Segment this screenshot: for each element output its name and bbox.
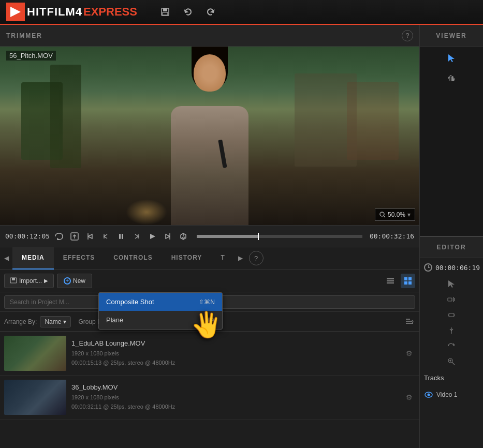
main-layout: TRIMMER ? (0, 25, 483, 448)
editor-tools (420, 275, 483, 371)
zoom-dropdown-icon[interactable]: ▾ (407, 211, 411, 218)
media-info: 1_EduLAB Lounge.MOV 1920 x 1080 pixels 0… (71, 339, 398, 367)
left-panel: TRIMMER ? (0, 25, 419, 448)
trimmer-title: TRIMMER (6, 32, 42, 39)
svg-rect-14 (119, 234, 121, 239)
logo-icon (6, 3, 25, 21)
viewer-title: VIEWER (436, 32, 466, 39)
list-view-button[interactable] (383, 274, 398, 288)
media-name: 1_EduLAB Lounge.MOV (71, 339, 398, 347)
media-item[interactable]: 36_Lobby.MOV 1920 x 1080 pixels 00:00:32… (0, 376, 419, 420)
loop-btn[interactable] (53, 230, 65, 243)
speed-tool-icon[interactable] (444, 339, 459, 353)
video-filename: 56_Pitch.MOV (6, 51, 56, 61)
editor-content: 00:00:06:19 (420, 258, 483, 448)
import-arrow-icon: ▶ (44, 278, 48, 283)
svg-rect-26 (408, 277, 412, 280)
arrange-by-select[interactable]: Name ▾ (40, 316, 71, 327)
tab-more-button[interactable]: ▶ (235, 247, 247, 270)
svg-rect-27 (404, 281, 407, 285)
play-btn[interactable] (146, 230, 158, 243)
svg-marker-6 (211, 10, 214, 12)
svg-rect-25 (404, 277, 407, 280)
select-tool-icon[interactable] (420, 49, 483, 67)
prev-frame-btn[interactable] (99, 230, 112, 243)
tab-effects[interactable]: EFFECTS (54, 247, 105, 270)
editor-header: EDITOR (420, 236, 483, 258)
media-settings-icon[interactable]: ⚙ (403, 391, 415, 404)
plane-shortcut: ⇧⌘A (199, 317, 215, 324)
media-item[interactable]: 1_EduLAB Lounge.MOV 1920 x 1080 pixels 0… (0, 332, 419, 376)
tab-history[interactable]: HISTORY (162, 247, 212, 270)
right-panel: VIEWER EDITOR (419, 25, 483, 448)
import-button[interactable]: Import... ▶ (4, 274, 54, 288)
media-details: 1920 x 1080 pixels 00:00:32:11 @ 25fps, … (71, 393, 398, 411)
mark-in-btn[interactable] (84, 230, 96, 243)
tab-media[interactable]: MEDIA (12, 247, 54, 270)
eye-icon[interactable] (424, 390, 433, 399)
dropdown-composite-shot[interactable]: Composite Shot ⇧⌘N (99, 293, 222, 311)
tab-scroll-left[interactable]: ◀ (0, 247, 12, 270)
razor-tool-icon[interactable] (444, 323, 459, 338)
tracks-label: Tracks (420, 371, 483, 385)
svg-rect-3 (163, 8, 167, 11)
timecode-left: 00:00:12:05 (5, 232, 50, 240)
insert-btn[interactable] (177, 230, 189, 243)
topbar: HITFILM4 EXPRESS (0, 0, 483, 25)
video-preview: 56_Pitch.MOV 50.0% ▾ (0, 47, 419, 225)
svg-rect-24 (387, 282, 394, 283)
svg-rect-23 (387, 280, 394, 281)
redo-button[interactable] (203, 5, 218, 19)
progress-indicator (258, 233, 259, 240)
ripple-edit-icon[interactable] (444, 292, 459, 307)
viewer-header: VIEWER (420, 25, 483, 47)
tab-controls[interactable]: CONTROLS (104, 247, 162, 270)
svg-rect-37 (449, 313, 454, 317)
undo-button[interactable] (181, 5, 195, 19)
zoom-control[interactable]: 50.0% ▾ (375, 208, 415, 221)
svg-line-8 (384, 216, 385, 217)
svg-point-7 (380, 212, 384, 216)
sort-icon[interactable] (404, 316, 415, 327)
arrange-dropdown-icon: ▾ (63, 318, 66, 325)
svg-rect-22 (387, 278, 394, 279)
plane-label: Plane (106, 316, 123, 324)
trimmer-help-icon[interactable]: ? (402, 30, 413, 41)
grid-view-button[interactable] (401, 274, 415, 288)
logo-text-express: EXPRESS (83, 5, 137, 19)
transport-bar: 00:00:12:05 (0, 225, 419, 247)
composite-shot-label: Composite Shot (106, 298, 154, 306)
logo-text-hitfilm: HITFILM4 (27, 5, 82, 19)
media-list: 1_EduLAB Lounge.MOV 1920 x 1080 pixels 0… (0, 332, 419, 448)
tab-extra[interactable]: T (211, 247, 234, 270)
svg-marker-32 (448, 54, 455, 62)
slip-tool-icon[interactable] (444, 308, 459, 322)
mark-out-btn[interactable] (162, 230, 174, 243)
hand-tool-icon[interactable] (420, 69, 483, 88)
next-frame-btn[interactable] (130, 230, 143, 243)
clock-icon (424, 263, 432, 272)
media-panel: Import... ▶ + New Composite Shot (0, 270, 419, 448)
zoom-editor-icon[interactable] (444, 354, 459, 369)
zoom-value: 50.0% (388, 211, 405, 218)
save-button[interactable] (158, 5, 172, 19)
new-button[interactable]: + New (57, 274, 92, 288)
dropdown-plane[interactable]: Plane ⇧⌘A (99, 311, 222, 329)
tab-help-button[interactable]: ? (249, 251, 264, 265)
video-track-label: Video 1 (436, 391, 457, 398)
new-plus-icon: + (64, 277, 71, 285)
progress-fill (197, 235, 258, 238)
editor-timecode: 00:00:06:19 (420, 258, 483, 275)
arrange-by-label: Arrange By: (4, 318, 37, 325)
svg-rect-4 (163, 12, 168, 15)
svg-marker-9 (57, 238, 59, 240)
editor-title: EDITOR (436, 244, 466, 251)
video-track: Video 1 (420, 387, 483, 402)
select-arrow-icon[interactable] (444, 277, 459, 291)
app-logo: HITFILM4 EXPRESS (6, 3, 137, 21)
progress-bar[interactable] (197, 235, 362, 238)
svg-point-46 (428, 394, 430, 396)
export-btn[interactable] (68, 230, 81, 243)
pause-btn[interactable] (115, 230, 127, 243)
media-settings-icon[interactable]: ⚙ (403, 347, 415, 360)
